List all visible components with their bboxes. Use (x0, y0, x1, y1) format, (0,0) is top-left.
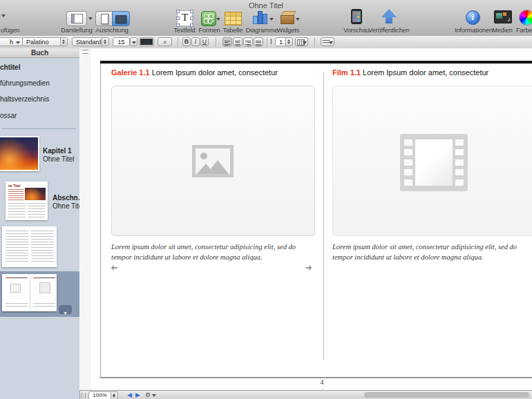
page-left-border (100, 64, 101, 377)
publish-label: Veröffentlichen (366, 27, 412, 34)
color-wheel-icon (519, 10, 532, 26)
underline-button[interactable]: U (200, 37, 209, 46)
thumbnail-widgets-page[interactable] (2, 274, 57, 311)
zoom-level-field[interactable]: 100% (88, 391, 111, 399)
table-label: Tabelle (218, 27, 248, 34)
chevron-down-icon (16, 41, 20, 44)
color-label: Farbe (516, 27, 532, 34)
table-icon (225, 12, 242, 26)
media-icon: ♪ (494, 10, 512, 23)
chevron-down-icon: ▼ (63, 311, 68, 315)
zoom-stepper[interactable] (111, 391, 117, 399)
char-background-well[interactable]: a (158, 37, 172, 46)
line-height-icon: Ι (270, 38, 272, 46)
align-left-button[interactable] (222, 37, 232, 46)
font-size-dropdown[interactable] (130, 37, 137, 46)
sidebar-item-glossary[interactable]: ossar (0, 112, 77, 119)
orientation-control: Ausrichtung (93, 0, 131, 36)
film-sprockets-left (404, 139, 412, 186)
ipad-icon (351, 9, 362, 24)
film-placeholder-icon (400, 134, 468, 191)
selected-thumbnail-row[interactable]: ▼ (0, 271, 79, 317)
sidebar-item-booktitle[interactable]: chtitel (0, 64, 77, 71)
table-button[interactable]: Tabelle (218, 0, 248, 36)
bold-button[interactable]: B (182, 37, 191, 46)
chevron-down-icon (329, 41, 333, 44)
widgets-button[interactable]: Widgets (272, 0, 304, 36)
ibooks-author-window: Ohne Titel ufügen Darstellung Ausric (0, 0, 532, 399)
disclosure-button[interactable]: ▼ (59, 305, 72, 314)
next-page-button[interactable]: ▶ (135, 391, 140, 399)
font-size-field[interactable]: 15 (113, 37, 130, 46)
color-button[interactable]: Farbe (514, 0, 532, 36)
page-top-border (100, 61, 532, 64)
view-button[interactable]: Darstellung (57, 0, 96, 36)
line-spacing-field[interactable]: 1.1 (275, 37, 293, 46)
chapter-subtitle: Ohne Titel (43, 155, 75, 163)
mini-gallery-placeholder (10, 284, 21, 293)
orientation-landscape-button[interactable] (112, 11, 130, 26)
chevron-down-icon (152, 394, 156, 397)
media-button[interactable]: ♪ Medien (487, 0, 517, 36)
gallery-next-arrow[interactable]: ➜ (305, 263, 312, 272)
widgets-box-icon (281, 10, 294, 24)
text-color-well[interactable] (139, 37, 154, 46)
shapes-icon (201, 11, 216, 26)
info-label: Informationen (455, 27, 491, 34)
film-caption[interactable]: Lorem ipsum dolor sit amet, consectetur … (332, 242, 532, 262)
add-pages-button[interactable]: ufügen (0, 0, 21, 36)
chevron-down-icon (296, 18, 300, 21)
pane-splitter[interactable] (79, 48, 92, 390)
stepper-icon[interactable] (60, 38, 67, 46)
stepper-icon (111, 391, 118, 399)
film-widget[interactable] (332, 86, 532, 236)
drag-grip-icon[interactable] (82, 393, 86, 398)
sidebar-item-intro-media[interactable]: führungsmedien (0, 79, 77, 87)
chevron-down-icon (1, 14, 6, 17)
column-divider (323, 72, 324, 360)
image-placeholder-icon (192, 145, 234, 177)
gallery-number: Galerie 1.1 (111, 68, 150, 77)
gallery-caption[interactable]: Lorem ipsum dolor sit amet, consectetur … (111, 242, 316, 262)
page-canvas: Galerie 1.1 Lorem Ipsum dolor amet, cons… (91, 48, 532, 390)
horizontal-scrollbar-thumb[interactable] (364, 392, 529, 398)
stepper-icon[interactable] (102, 38, 108, 46)
splitter-grip-icon (82, 50, 88, 54)
info-button[interactable]: i Informationen (455, 0, 491, 36)
orientation-label: Ausrichtung (93, 27, 131, 34)
typeface-popup[interactable]: Standard (72, 37, 109, 46)
gallery-widget[interactable] (111, 86, 315, 236)
music-note-glyph: ♪ (508, 17, 511, 23)
italic-button[interactable]: I (191, 37, 200, 46)
page-number: 4 (316, 378, 327, 386)
media-label: Medien (487, 27, 517, 34)
list-style-dropdown[interactable] (321, 37, 334, 46)
stepper-icon[interactable] (285, 38, 292, 46)
volcano-image (0, 137, 38, 170)
font-family-popup[interactable]: Palatino (22, 37, 68, 46)
publish-button[interactable]: Veröffentlichen (366, 0, 412, 36)
portrait-page-icon (101, 14, 108, 24)
align-justify-button[interactable] (254, 37, 263, 46)
bar-chart-icon (253, 10, 267, 24)
columns-dropdown[interactable] (295, 37, 308, 46)
align-right-button[interactable] (243, 37, 253, 46)
paragraph-style-dropdown[interactable]: h (0, 37, 23, 46)
thumbnail-section-1[interactable]: ne Titel (6, 182, 48, 220)
main-toolbar: Ohne Titel ufügen Darstellung Ausric (0, 0, 532, 37)
bottom-bar: 100% ◀ ▶ ⚙ (80, 390, 532, 399)
sidebar-item-toc[interactable]: haltsverzeichnis (0, 95, 77, 103)
textbox-icon: T (177, 10, 193, 26)
gallery-prev-arrow[interactable]: ➜ (111, 263, 118, 272)
film-number: Film 1.1 (332, 68, 361, 77)
align-center-button[interactable] (233, 37, 243, 46)
prev-page-button[interactable]: ◀ (127, 391, 132, 399)
view-label: Darstellung (57, 27, 96, 34)
orientation-portrait-button[interactable] (95, 11, 113, 26)
gear-menu-button[interactable]: ⚙ (145, 391, 156, 399)
film-sprockets-right (455, 139, 464, 186)
mini-film-placeholder (39, 282, 50, 293)
chapter-title[interactable]: Kapitel 1 (43, 147, 72, 155)
thumbnail-chapter-1[interactable] (0, 136, 39, 171)
thumbnail-text-page[interactable] (2, 226, 57, 267)
